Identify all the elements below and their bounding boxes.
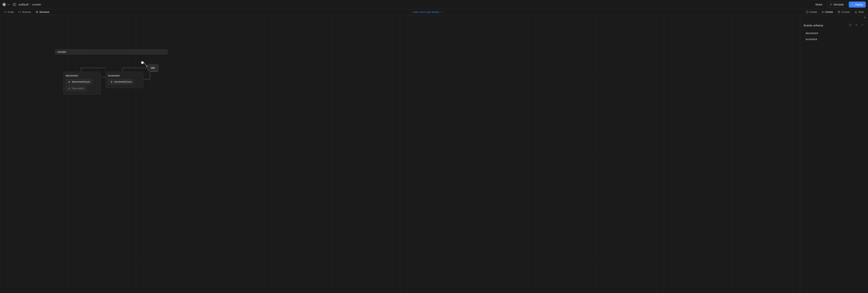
canvas[interactable]: counter idle decrement decrementCount Ne… xyxy=(0,15,800,293)
simulate-label: Simulate xyxy=(834,3,844,6)
tab-tests-label: Tests xyxy=(858,10,864,13)
info-icon xyxy=(806,11,809,13)
state-idle[interactable]: idle xyxy=(147,64,159,71)
play-icon xyxy=(830,3,832,6)
breadcrumb-machine[interactable]: counter xyxy=(32,3,41,6)
tab-context-label: Context xyxy=(841,10,850,13)
chevron-down-icon xyxy=(7,3,10,6)
logo[interactable] xyxy=(2,3,10,6)
action-decrement-count-label: decrementCount xyxy=(72,80,90,83)
sources-icon xyxy=(18,11,21,13)
main: counter idle decrement decrementCount Ne… xyxy=(0,15,868,293)
events-icon xyxy=(822,11,825,13)
svg-rect-8 xyxy=(838,11,840,13)
event-increment-title: increment xyxy=(108,74,141,77)
schema-item-decrement[interactable]: decrement xyxy=(800,30,868,36)
search-button[interactable] xyxy=(848,23,852,28)
event-decrement-title: decrement xyxy=(66,74,98,77)
tab-tests[interactable]: Tests xyxy=(852,10,866,14)
tab-context[interactable]: Context xyxy=(836,10,852,14)
banner-close-button[interactable] xyxy=(441,10,443,13)
bolt-icon xyxy=(111,81,113,83)
initial-state-dot xyxy=(141,61,144,64)
new-action-label: New action xyxy=(72,87,84,90)
context-icon xyxy=(838,11,840,13)
event-decrement[interactable]: decrement decrementCount New action xyxy=(63,72,101,95)
plus-icon xyxy=(855,23,858,26)
action-increment-count[interactable]: incrementCount xyxy=(108,79,134,85)
add-event-button[interactable] xyxy=(854,23,859,28)
upload-icon xyxy=(851,3,854,6)
search-icon xyxy=(849,23,852,26)
dots-icon xyxy=(861,23,864,26)
breadcrumb: asdfasdf / counter xyxy=(19,3,41,6)
tab-details[interactable]: Details xyxy=(804,10,819,14)
code-icon xyxy=(4,11,7,13)
tab-sources[interactable]: Sources xyxy=(17,10,33,14)
logo-icon xyxy=(2,3,6,6)
banner-link[interactable]: Learn how to get started xyxy=(412,10,439,13)
topbar: asdfasdf / counter Share Simulate Deploy xyxy=(0,0,868,9)
event-increment[interactable]: increment incrementCount xyxy=(105,72,143,88)
tab-events[interactable]: Events xyxy=(820,10,835,14)
sidepanel-title: Events schema xyxy=(804,24,846,27)
deploy-label: Deploy xyxy=(855,3,863,6)
machine-header[interactable]: counter xyxy=(55,49,168,55)
svg-point-14 xyxy=(861,25,862,25)
tab-events-label: Events xyxy=(826,10,833,13)
tab-details-label: Details xyxy=(810,10,817,13)
deploy-button[interactable]: Deploy xyxy=(849,1,866,7)
bolt-icon xyxy=(68,87,70,90)
tab-code-label: Code xyxy=(8,10,14,13)
tab-structure-label: Structure xyxy=(39,10,50,13)
svg-point-10 xyxy=(849,24,851,26)
schema-item-increment[interactable]: increment xyxy=(800,36,868,42)
sidepanel: Events schema decrement increment xyxy=(800,15,868,293)
breadcrumb-project[interactable]: asdfasdf xyxy=(19,3,29,6)
panel-icon xyxy=(13,3,16,6)
svg-point-16 xyxy=(863,25,863,25)
breadcrumb-separator: / xyxy=(30,3,31,6)
structure-icon xyxy=(36,11,38,13)
svg-line-11 xyxy=(851,26,851,26)
bolt-icon xyxy=(68,81,70,83)
tab-structure[interactable]: Structure xyxy=(34,10,51,14)
panel-toggle-button[interactable] xyxy=(13,3,16,6)
close-icon xyxy=(864,16,866,19)
action-decrement-count[interactable]: decrementCount xyxy=(66,79,92,85)
new-action-button[interactable]: New action xyxy=(66,86,86,91)
action-increment-count-label: incrementCount xyxy=(114,80,132,83)
share-button[interactable]: Share xyxy=(813,1,825,7)
simulate-button[interactable]: Simulate xyxy=(827,1,846,7)
subbar: Code Sources Structure Learn how to get … xyxy=(0,9,868,15)
tab-code[interactable]: Code xyxy=(2,10,16,14)
svg-rect-0 xyxy=(13,3,16,6)
sidepanel-close-button[interactable] xyxy=(864,16,866,20)
more-button[interactable] xyxy=(860,23,865,28)
close-icon xyxy=(441,10,443,13)
tab-sources-label: Sources xyxy=(22,10,31,13)
tests-icon xyxy=(855,11,857,13)
